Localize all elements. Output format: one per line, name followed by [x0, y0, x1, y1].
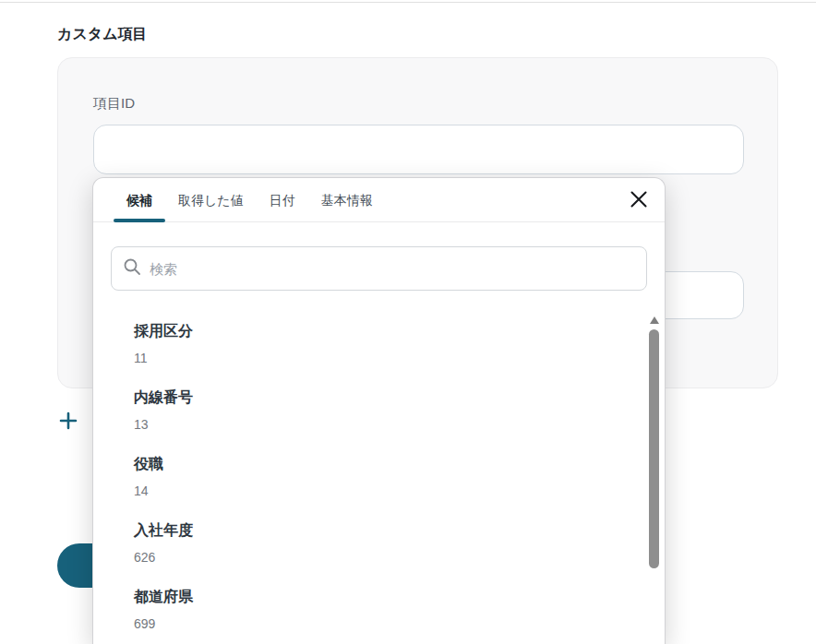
item-name: 採用区分: [134, 321, 600, 341]
search-input[interactable]: [150, 261, 635, 277]
popup-tab-bar: 候補 取得した値 日付 基本情報: [93, 178, 665, 222]
list-item[interactable]: 内線番号 13: [134, 388, 600, 434]
item-id: 13: [134, 415, 600, 434]
field-id-label: 項目ID: [93, 95, 135, 113]
add-field-button[interactable]: [55, 409, 81, 435]
item-id: 699: [134, 614, 600, 633]
custom-fields-screen: カスタム項目 項目ID 候補 取得した値 日付 基本情報: [0, 0, 816, 644]
close-popup-button[interactable]: [626, 187, 652, 213]
list-item[interactable]: 入社年度 626: [134, 520, 600, 566]
item-name: 入社年度: [134, 520, 600, 541]
item-id: 626: [134, 548, 600, 566]
list-scrollbar[interactable]: [649, 313, 660, 644]
candidate-list: 採用区分 11 内線番号 13 役職 14 入社年度 626 都道府県 699: [93, 321, 665, 633]
item-name: 都道府県: [134, 587, 600, 607]
page-title: カスタム項目: [57, 25, 148, 44]
list-item[interactable]: 役職 14: [134, 454, 600, 500]
plus-icon: [58, 411, 78, 434]
list-item[interactable]: 採用区分 11: [134, 321, 600, 367]
search-icon: [123, 257, 141, 280]
item-id: 11: [134, 349, 600, 367]
scrollbar-thumb[interactable]: [649, 329, 659, 568]
suggestion-popup: 候補 取得した値 日付 基本情報: [92, 177, 666, 644]
item-id: 14: [134, 482, 600, 500]
list-item[interactable]: 都道府県 699: [134, 587, 600, 633]
search-box[interactable]: [111, 246, 647, 291]
close-icon: [629, 189, 649, 212]
tab-basic-info[interactable]: 基本情報: [308, 178, 386, 221]
field-id-input[interactable]: [93, 125, 744, 174]
top-divider: [0, 2, 816, 3]
item-name: 内線番号: [134, 388, 600, 408]
triangle-up-icon[interactable]: [650, 316, 659, 324]
tab-date[interactable]: 日付: [257, 178, 308, 221]
tab-retrieved-values[interactable]: 取得した値: [165, 178, 257, 221]
item-name: 役職: [134, 454, 600, 474]
tab-candidates[interactable]: 候補: [114, 178, 165, 221]
